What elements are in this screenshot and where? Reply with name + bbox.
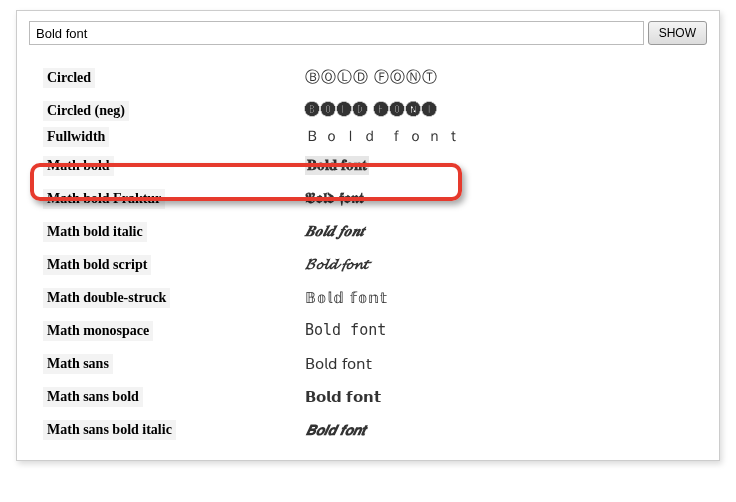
label-col: Math monospace bbox=[43, 321, 305, 341]
label-col: Math bold Fraktur bbox=[43, 189, 305, 209]
label-col: Math sans bbox=[43, 354, 305, 374]
show-button[interactable]: SHOW bbox=[648, 21, 707, 45]
style-value[interactable]: 𝖡𝗈𝗅𝖽 𝖿𝗈𝗇𝗍 bbox=[305, 355, 372, 373]
style-row: Math bold Fraktur𝕭𝖔𝖑𝖉 𝖋𝖔𝖓𝖙 bbox=[43, 182, 707, 215]
style-row: FullwidthＢｏｌｄ ｆｏｎｔ bbox=[43, 127, 707, 149]
style-label: Math sans bbox=[43, 354, 113, 374]
style-value[interactable]: 🅑🅞🅛🅓 🅕🅞🅝🅣 bbox=[305, 102, 438, 119]
style-label: Circled (neg) bbox=[43, 101, 129, 121]
label-col: Circled (neg) bbox=[43, 101, 305, 121]
style-label: Circled bbox=[43, 68, 95, 88]
style-label: Math bold bbox=[43, 156, 114, 176]
style-label: Math sans bold bbox=[43, 387, 143, 407]
label-col: Math bold bbox=[43, 156, 305, 176]
style-label: Math double-struck bbox=[43, 288, 170, 308]
style-row: Math bold𝐁𝐨𝐥𝐝 𝐟𝐨𝐧𝐭 bbox=[43, 149, 707, 182]
style-value[interactable]: ⒷⓄⓁⒹ ⒻⓄⓃⓉ bbox=[305, 68, 438, 87]
style-label: Math sans bold italic bbox=[43, 420, 176, 440]
style-row: Math double-struck𝔹𝕠𝕝𝕕 𝕗𝕠𝕟𝕥 bbox=[43, 281, 707, 314]
style-value[interactable]: 𝗕𝗼𝗹𝗱 𝗳𝗼𝗻𝘁 bbox=[305, 388, 381, 406]
style-label: Math monospace bbox=[43, 321, 153, 341]
label-col: Fullwidth bbox=[43, 127, 305, 147]
style-value[interactable]: 𝔹𝕠𝕝𝕕 𝕗𝕠𝕟𝕥 bbox=[305, 289, 388, 307]
style-value[interactable]: 𝐁𝐨𝐥𝐝 𝐟𝐨𝐧𝐭 bbox=[305, 156, 369, 175]
style-value[interactable]: 𝘽𝙤𝙡𝙙 𝙛𝙤𝙣𝙩 bbox=[305, 421, 365, 439]
label-col: Math sans bold italic bbox=[43, 420, 305, 440]
style-value[interactable]: Ｂｏｌｄ ｆｏｎｔ bbox=[305, 127, 465, 146]
font-input[interactable] bbox=[29, 21, 644, 45]
style-row: Math sans bold𝗕𝗼𝗹𝗱 𝗳𝗼𝗻𝘁 bbox=[43, 380, 707, 413]
main-panel: SHOW CircledⒷⓄⓁⒹ ⒻⓄⓃⓉCircled (neg)🅑🅞🅛🅓 🅕… bbox=[16, 10, 720, 461]
style-row: Circled (neg)🅑🅞🅛🅓 🅕🅞🅝🅣 bbox=[43, 94, 707, 127]
style-rows: CircledⒷⓄⓁⒹ ⒻⓄⓃⓉCircled (neg)🅑🅞🅛🅓 🅕🅞🅝🅣Fu… bbox=[29, 61, 707, 446]
label-col: Math bold italic bbox=[43, 222, 305, 242]
style-row: CircledⒷⓄⓁⒹ ⒻⓄⓃⓉ bbox=[43, 61, 707, 94]
style-row: Math bold italic𝑩𝒐𝒍𝒅 𝒇𝒐𝒏𝒕 bbox=[43, 215, 707, 248]
top-bar: SHOW bbox=[29, 21, 707, 45]
style-value[interactable]: 𝓑𝓸𝓵𝓭 𝓯𝓸𝓷𝓽 bbox=[305, 256, 367, 273]
style-label: Math bold Fraktur bbox=[43, 189, 165, 209]
style-label: Math bold italic bbox=[43, 222, 147, 242]
style-row: Math bold script𝓑𝓸𝓵𝓭 𝓯𝓸𝓷𝓽 bbox=[43, 248, 707, 281]
label-col: Math sans bold bbox=[43, 387, 305, 407]
style-row: Math sans𝖡𝗈𝗅𝖽 𝖿𝗈𝗇𝗍 bbox=[43, 347, 707, 380]
style-value[interactable]: 𝑩𝒐𝒍𝒅 𝒇𝒐𝒏𝒕 bbox=[305, 223, 364, 240]
label-col: Math bold script bbox=[43, 255, 305, 275]
style-row: Math sans bold italic𝘽𝙤𝙡𝙙 𝙛𝙤𝙣𝙩 bbox=[43, 413, 707, 446]
style-row: Math monospace𝙱𝚘𝚕𝚍 𝚏𝚘𝚗𝚝 bbox=[43, 314, 707, 347]
style-label: Fullwidth bbox=[43, 127, 109, 147]
label-col: Circled bbox=[43, 68, 305, 88]
style-value[interactable]: 𝙱𝚘𝚕𝚍 𝚏𝚘𝚗𝚝 bbox=[305, 321, 386, 340]
style-value[interactable]: 𝕭𝖔𝖑𝖉 𝖋𝖔𝖓𝖙 bbox=[305, 190, 364, 207]
style-label: Math bold script bbox=[43, 255, 151, 275]
label-col: Math double-struck bbox=[43, 288, 305, 308]
